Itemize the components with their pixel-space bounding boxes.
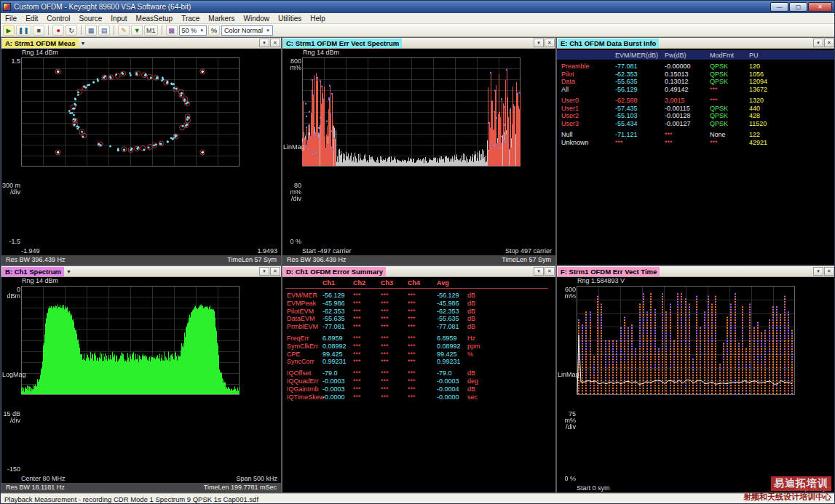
panel-d-menu-button[interactable]: ▾: [534, 267, 544, 276]
panel-b-close-button[interactable]: ✕: [270, 267, 280, 276]
menu-file[interactable]: File: [1, 13, 21, 24]
row-label: DataEVM: [287, 315, 315, 322]
menu-trace[interactable]: Trace: [177, 13, 204, 24]
cell: -0.0004: [437, 385, 459, 393]
error-summary-table: Ch1Ch2Ch3Ch4AvgEVM/MER-56.129*********-5…: [282, 277, 555, 492]
display-grid-icon[interactable]: ▦: [85, 25, 97, 36]
cell: 6.8959: [322, 335, 343, 342]
percent-button[interactable]: %: [208, 25, 220, 36]
unit-cell: dB: [467, 300, 475, 307]
menu-meassetup[interactable]: MeasSetup: [132, 13, 178, 24]
panel-c-titlebar[interactable]: C: Strm1 OFDM Err Vect Spectrum ▾ ✕: [282, 38, 555, 49]
menu-utilities[interactable]: Utilities: [274, 13, 306, 24]
menu-window[interactable]: Window: [239, 13, 274, 24]
minimize-button[interactable]: —: [770, 2, 788, 12]
panel-e-titlebar[interactable]: E: Ch1 OFDM Data Burst Info ▾ ✕: [557, 38, 835, 49]
menu-edit[interactable]: Edit: [21, 13, 42, 24]
color-palette-icon[interactable]: ▩: [166, 25, 178, 36]
panel-e-body: EVM/MER(dB)Pw(dB)ModFmtPUPreamble-77.081…: [557, 49, 835, 265]
color-mode-select[interactable]: Color Normal ▼: [221, 25, 273, 36]
zoom-select[interactable]: 50 % ▼: [179, 25, 207, 36]
col-header: Pw(dB): [665, 52, 686, 59]
unit-cell: dB: [467, 323, 475, 330]
panel-d-titlebar[interactable]: D: Ch1 OFDM Error Summary ▾ ✕: [282, 266, 555, 277]
trace-b-dropdown-icon[interactable]: ▼: [64, 269, 74, 274]
panel-b-menu-button[interactable]: ▾: [259, 267, 269, 276]
unit-cell: dB: [467, 308, 475, 315]
zoom-value: 50 %: [182, 27, 197, 34]
cell: -57.435: [615, 105, 638, 112]
cell: ***: [408, 315, 416, 322]
panel-b-titlebar[interactable]: B: Ch1 Spectrum ▼ ▾ ✕: [1, 266, 281, 277]
y-div-label: 15 dB /div: [2, 411, 20, 424]
constellation-canvas[interactable]: [21, 57, 240, 167]
cell: -45.986: [437, 300, 459, 307]
cell: 0.13012: [665, 78, 689, 85]
table-row: User2-55.103-0.00128QPSK428: [557, 112, 835, 119]
toolbar-separator: [81, 25, 82, 35]
panel-c-menu-button[interactable]: ▾: [534, 39, 544, 47]
panel-f-titlebar[interactable]: F: Strm1 OFDM Err Vect Time ▾ ✕: [557, 266, 835, 277]
table-row: SymClkErr0.08992*********0.08992ppm: [282, 343, 555, 350]
stop-icon[interactable]: ■: [33, 25, 44, 36]
panel-c-close-button[interactable]: ✕: [545, 39, 555, 47]
pause-icon[interactable]: ❚❚: [16, 25, 31, 36]
cell: 1320: [749, 97, 764, 104]
panel-f-menu-button[interactable]: ▾: [813, 267, 823, 276]
marker-m1-icon[interactable]: M1: [144, 25, 158, 36]
x-axis-labels: Start 0 sym Stop 56 sym: [577, 484, 831, 492]
cell: 42921: [749, 139, 767, 146]
table-row: Unknown*********42921: [557, 139, 835, 146]
toolbar-separator: [114, 25, 114, 35]
range-label: Rng 14 dBm: [22, 278, 58, 284]
row-label: IQGainImb: [287, 385, 319, 393]
cell: ***: [353, 351, 361, 358]
close-button[interactable]: ✕: [808, 2, 832, 12]
cell: 0.49142: [665, 86, 689, 93]
err-vect-spectrum-canvas[interactable]: [302, 57, 521, 167]
cell: ***: [408, 393, 416, 401]
resbw-bar: Res BW 396.439 Hz TimeLen 57 Sym: [282, 255, 555, 265]
panel-e-close-button[interactable]: ✕: [824, 39, 834, 47]
record-icon[interactable]: ●: [52, 25, 64, 36]
y-div-label: 75 m% /div: [558, 411, 576, 431]
menu-source[interactable]: Source: [75, 13, 107, 24]
err-vect-time-canvas[interactable]: [577, 286, 795, 395]
panel-e-menu-button[interactable]: ▾: [813, 39, 823, 47]
menu-help[interactable]: Help: [306, 13, 330, 24]
menu-markers[interactable]: Markers: [204, 13, 239, 24]
cell: ***: [408, 385, 416, 393]
marker-peak-icon[interactable]: ▼: [131, 25, 143, 36]
play-icon[interactable]: ▶: [3, 25, 15, 36]
row-label: User3: [561, 120, 579, 127]
cell: -62.588: [615, 97, 638, 104]
cell: 0.08992: [322, 343, 347, 350]
table-row: User1-57.435-0.00115QPSK440: [557, 105, 835, 112]
header-divider: [285, 288, 548, 289]
spectrum-canvas[interactable]: [21, 286, 240, 395]
maximize-button[interactable]: ▢: [789, 2, 807, 12]
col-header: Ch1: [322, 279, 335, 287]
trace-a-dropdown-icon[interactable]: ▼: [79, 41, 88, 46]
cell: ***: [665, 139, 673, 146]
row-label: SyncCorr: [287, 358, 314, 365]
panel-a-close-button[interactable]: ✕: [270, 39, 280, 47]
panel-a-menu-button[interactable]: ▾: [259, 39, 269, 47]
panel-f-close-button[interactable]: ✕: [824, 267, 834, 276]
title-bar[interactable]: Custom OFDM - Keysight 89600 VSA Softwar…: [1, 1, 834, 13]
col-header: Ch2: [353, 279, 365, 287]
table-row: IQGainImb-0.0003*********-0.0004dB: [282, 385, 555, 393]
panel-a-titlebar[interactable]: A: Strm1 OFDM Meas ▼ ▾ ✕: [1, 38, 281, 49]
menu-control[interactable]: Control: [42, 13, 74, 24]
y-scale-type-label: LogMag: [2, 372, 20, 378]
cell: ***: [408, 323, 416, 330]
panel-d-close-button[interactable]: ✕: [545, 267, 555, 276]
menu-input[interactable]: Input: [106, 13, 131, 24]
restart-icon[interactable]: ↻: [66, 25, 77, 36]
marker-pencil-icon[interactable]: ✎: [118, 25, 130, 36]
cell: -55.635: [322, 315, 345, 322]
stack-traces-icon[interactable]: ▤: [98, 25, 110, 36]
cell: ***: [381, 323, 389, 330]
cell: -77.081: [615, 63, 638, 70]
toolbar-separator: [162, 25, 162, 35]
